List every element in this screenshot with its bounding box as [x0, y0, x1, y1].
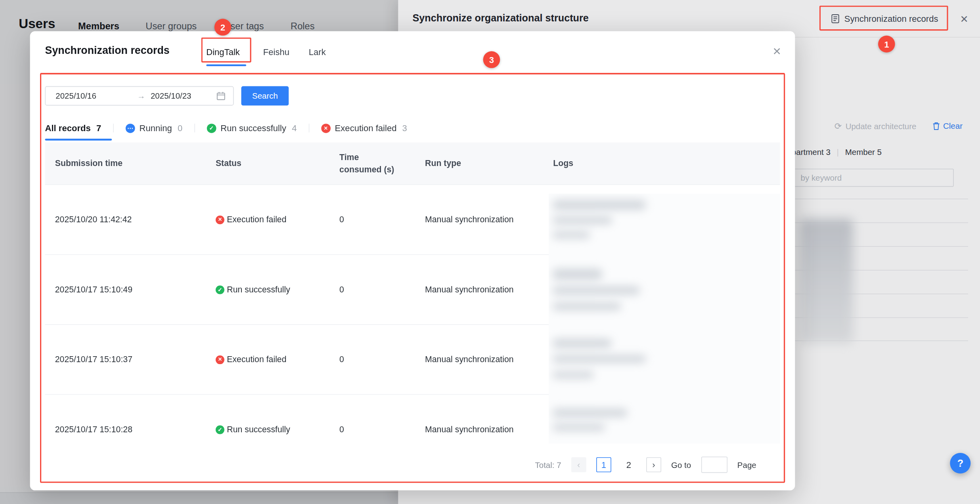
cell-submission-time: 2025/10/17 15:10:37	[45, 355, 206, 364]
status-label: Execution failed	[227, 355, 286, 364]
cell-status: ✕ Execution failed	[206, 215, 329, 224]
filter-execution-failed[interactable]: ✕ Execution failed 3	[321, 123, 407, 133]
filter-failed-label: Execution failed	[335, 123, 397, 133]
cell-submission-time: 2025/10/17 15:10:49	[45, 285, 206, 294]
cell-run-type: Manual synchronization	[415, 285, 543, 294]
help-button[interactable]: ?	[950, 453, 970, 473]
filter-running[interactable]: ⋯ Running 0	[126, 123, 182, 133]
screen: Users Members User groups User tags Role…	[0, 0, 980, 504]
status-label: Run successfully	[227, 285, 290, 294]
filter-success-count: 4	[292, 123, 297, 133]
active-tab-underline	[206, 64, 246, 66]
goto-label: Go to	[671, 460, 691, 470]
failed-status-icon: ✕	[321, 123, 331, 133]
help-icon: ?	[957, 458, 963, 469]
cell-submission-time: 2025/10/20 11:42:42	[45, 215, 206, 224]
col-run-type: Run type	[415, 158, 543, 168]
filter-failed-count: 3	[402, 123, 407, 133]
failed-status-icon: ✕	[216, 355, 224, 364]
cell-time-consumed: 0	[329, 215, 415, 224]
modal-close-icon[interactable]: ✕	[773, 45, 781, 58]
cell-time-consumed: 0	[329, 285, 415, 294]
col-time-consumed: Time consumed (s)	[329, 151, 415, 176]
prev-page-button[interactable]: ‹	[571, 457, 586, 472]
cell-time-consumed: 0	[329, 355, 415, 364]
filter-running-count: 0	[178, 123, 182, 133]
page-1-button[interactable]: 1	[596, 457, 611, 472]
status-filters: All records 7 ⋯ Running 0 ✓ Run successf…	[45, 117, 407, 139]
col-submission-time: Submission time	[45, 158, 206, 168]
success-status-icon: ✓	[216, 425, 224, 434]
page-label: Page	[737, 460, 756, 470]
cell-submission-time: 2025/10/17 15:10:28	[45, 425, 206, 434]
annotation-badge-1: 1	[878, 36, 895, 53]
filter-run-successfully[interactable]: ✓ Run successfully 4	[207, 123, 297, 133]
modal-title: Synchronization records	[45, 44, 170, 57]
success-status-icon: ✓	[207, 123, 216, 133]
cell-run-type: Manual synchronization	[415, 355, 543, 364]
failed-status-icon: ✕	[216, 215, 224, 224]
search-button[interactable]: Search	[241, 86, 289, 106]
status-label: Run successfully	[227, 425, 290, 434]
col-status: Status	[206, 158, 329, 168]
blurred-logs-content	[549, 194, 780, 444]
col-logs: Logs	[543, 158, 780, 168]
cell-status: ✓ Run successfully	[206, 425, 329, 434]
tab-feishu[interactable]: Feishu	[263, 47, 289, 57]
filter-all-records[interactable]: All records 7	[45, 123, 101, 133]
table-header-row: Submission time Status Time consumed (s)…	[45, 142, 780, 184]
cell-run-type: Manual synchronization	[415, 425, 543, 434]
annotation-badge-3: 3	[483, 51, 500, 68]
filter-divider	[113, 124, 114, 132]
cell-time-consumed: 0	[329, 425, 415, 434]
filter-all-count: 7	[96, 123, 101, 133]
cell-status: ✓ Run successfully	[206, 285, 329, 294]
filter-divider	[194, 124, 195, 132]
tab-lark[interactable]: Lark	[309, 47, 326, 57]
filter-divider	[308, 124, 309, 132]
status-label: Execution failed	[227, 215, 286, 224]
date-range-arrow: →	[132, 91, 151, 101]
date-range-start: 2025/10/16	[56, 91, 132, 101]
filter-all-label: All records	[45, 123, 91, 133]
page-2-button[interactable]: 2	[621, 457, 636, 472]
goto-page-input[interactable]	[701, 456, 727, 473]
filter-running-label: Running	[139, 123, 172, 133]
active-filter-underline	[45, 139, 112, 141]
calendar-icon	[216, 91, 226, 101]
pagination: Total: 7 ‹ 1 2 › Go to Page	[535, 456, 756, 473]
pagination-total: Total: 7	[535, 460, 561, 470]
sync-records-modal: Synchronization records DingTalk Feishu …	[30, 31, 795, 491]
cell-status: ✕ Execution failed	[206, 355, 329, 364]
annotation-badge-2: 2	[214, 19, 232, 36]
date-range-end: 2025/10/23	[151, 91, 216, 101]
success-status-icon: ✓	[216, 285, 224, 294]
cell-run-type: Manual synchronization	[415, 215, 543, 224]
date-range-picker[interactable]: 2025/10/16 → 2025/10/23	[45, 86, 234, 106]
tab-dingtalk[interactable]: DingTalk	[206, 47, 240, 57]
next-page-button[interactable]: ›	[646, 457, 661, 472]
running-status-icon: ⋯	[126, 123, 135, 133]
filter-success-label: Run successfully	[220, 123, 286, 133]
